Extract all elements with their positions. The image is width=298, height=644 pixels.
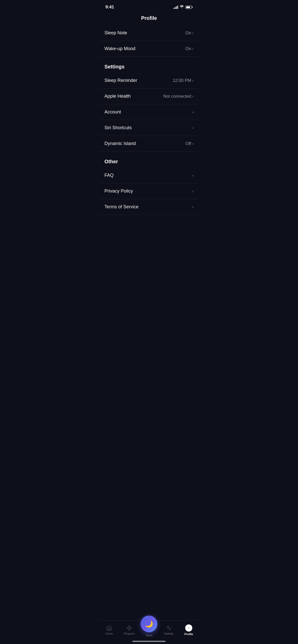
chevron-right-icon: ›	[192, 205, 194, 209]
dynamic-island-item[interactable]: Dynamic Island Off ›	[99, 136, 199, 152]
terms-of-service-item[interactable]: Terms of Service ›	[99, 199, 199, 215]
siri-shortcuts-item[interactable]: Siri Shortcuts ›	[99, 120, 199, 136]
privacy-policy-value: ›	[192, 189, 194, 194]
top-section: Sleep Note On › Wake-up Mood On ›	[99, 25, 199, 57]
other-section: Other FAQ › Privacy Policy › Terms of Se…	[99, 152, 199, 215]
privacy-policy-label: Privacy Policy	[104, 188, 133, 194]
sleep-reminder-value: 12:00 PM ›	[173, 78, 194, 83]
chevron-right-icon: ›	[192, 126, 194, 130]
privacy-policy-item[interactable]: Privacy Policy ›	[99, 183, 199, 199]
wakeup-mood-label: Wake-up Mood	[104, 46, 135, 51]
content-area: Sleep Note On › Wake-up Mood On › Settin…	[99, 25, 199, 238]
sleep-reminder-item[interactable]: Sleep Reminder 12:00 PM ›	[99, 73, 199, 89]
chevron-right-icon: ›	[192, 78, 194, 83]
chevron-right-icon: ›	[192, 47, 194, 51]
wakeup-mood-item[interactable]: Wake-up Mood On ›	[99, 41, 199, 57]
chevron-right-icon: ›	[192, 189, 194, 194]
faq-value: ›	[192, 173, 194, 178]
battery-icon	[185, 6, 193, 9]
terms-of-service-value: ›	[192, 205, 194, 209]
chevron-right-icon: ›	[192, 31, 194, 35]
siri-shortcuts-value: ›	[192, 126, 194, 130]
status-time: 9:41	[105, 5, 114, 10]
sleep-note-value: On ›	[185, 31, 194, 36]
settings-section: Settings Sleep Reminder 12:00 PM › Apple…	[99, 57, 199, 152]
apple-health-value: Not connected ›	[163, 94, 194, 99]
faq-item[interactable]: FAQ ›	[99, 168, 199, 183]
other-section-header: Other	[99, 152, 199, 168]
apple-health-item[interactable]: Apple Health Not connected ›	[99, 89, 199, 104]
chevron-right-icon: ›	[192, 110, 194, 114]
account-item[interactable]: Account ›	[99, 104, 199, 120]
signal-icon	[173, 5, 178, 9]
chevron-right-icon: ›	[192, 141, 194, 146]
dynamic-island-value: Off ›	[185, 141, 194, 146]
wakeup-mood-value: On ›	[185, 46, 194, 51]
sleep-note-label: Sleep Note	[104, 30, 127, 36]
chevron-right-icon: ›	[192, 173, 194, 178]
siri-shortcuts-label: Siri Shortcuts	[104, 125, 132, 130]
status-icons	[173, 5, 193, 9]
account-value: ›	[192, 110, 194, 114]
terms-of-service-label: Terms of Service	[104, 204, 139, 210]
apple-health-label: Apple Health	[104, 94, 131, 99]
sleep-reminder-label: Sleep Reminder	[104, 78, 137, 83]
dynamic-island-label: Dynamic Island	[104, 141, 136, 146]
chevron-right-icon: ›	[192, 94, 194, 99]
sleep-note-item[interactable]: Sleep Note On ›	[99, 25, 199, 41]
status-bar: 9:41	[99, 0, 199, 13]
faq-label: FAQ	[104, 173, 114, 178]
wifi-icon	[180, 5, 184, 9]
page-title: Profile	[99, 13, 199, 25]
settings-section-header: Settings	[99, 57, 199, 73]
account-label: Account	[104, 109, 121, 115]
